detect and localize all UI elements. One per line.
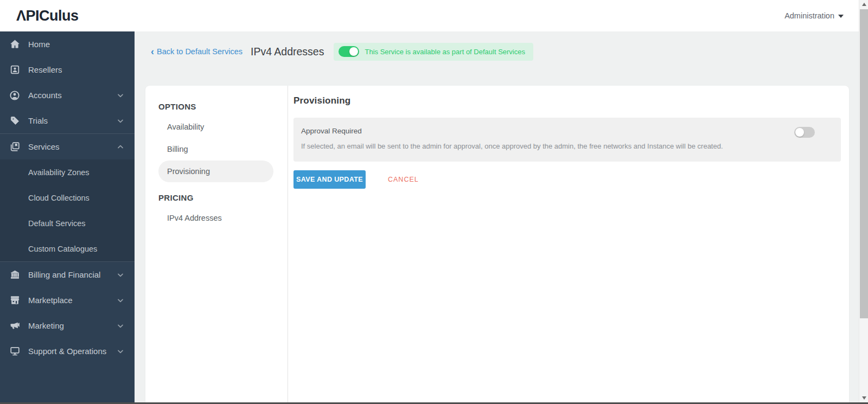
sidebar-subitem-custom-catalogues[interactable]: Custom Catalogues [0,236,135,261]
sidebar-item-marketing[interactable]: Marketing [0,313,135,338]
pricing-section-header: PRICING [158,193,273,202]
sidebar-nav: Home Resellers Accounts Trials [0,31,135,402]
sidebar-item-accounts[interactable]: Accounts [0,82,135,108]
sidebar-item-label: Trials [28,116,116,125]
toggle-knob [349,47,358,56]
administration-label: Administration [784,11,834,20]
accounts-icon [9,89,21,101]
sidebar-item-marketplace[interactable]: Marketplace [0,287,135,313]
scroll-up-button[interactable] [859,0,868,9]
sidebar-item-trials[interactable]: Trials [0,108,135,133]
page-title: IPv4 Addresses [251,46,324,58]
sidebar-item-home[interactable]: Home [0,31,135,57]
megaphone-icon [9,320,21,332]
sidebar-item-label: Billing and Financial [28,270,116,279]
menu-item-label: Provisioning [167,167,210,176]
vertical-scrollbar[interactable] [859,0,868,404]
approval-required-setting: Approval Required If selected, an email … [293,118,841,162]
bank-icon [9,269,21,281]
main-content-area: ‹ Back to Default Services IPv4 Addresse… [135,31,859,402]
sidebar-subitem-label: Cloud Collections [28,194,90,202]
sidebar-subitem-availability-zones[interactable]: Availability Zones [0,159,135,185]
monitor-icon [9,345,21,357]
chevron-down-icon [116,347,125,356]
chevron-up-icon [116,143,125,151]
save-and-update-button[interactable]: SAVE AND UPDATE [293,170,366,189]
caret-down-icon [838,15,844,18]
chevron-down-icon [116,271,125,279]
top-bar: ΛPICulus Administration [0,0,859,31]
sidebar-item-label: Resellers [28,65,125,74]
back-link-label: Back to Default Services [157,47,242,56]
provisioning-heading: Provisioning [293,95,841,106]
sidebar-item-label: Support & Operations [28,347,116,356]
toggle-knob [795,128,804,137]
sidebar-item-resellers[interactable]: Resellers [0,57,135,82]
trials-icon [9,115,21,127]
sidebar-item-label: Marketplace [28,296,116,305]
menu-item-availability[interactable]: Availability [158,116,273,138]
menu-item-ipv4-addresses[interactable]: IPv4 Addresses [158,207,273,229]
resellers-icon [9,64,21,76]
scroll-down-arrow-icon [862,396,866,400]
app-window: ΛPICulus Administration Home Resellers A… [0,0,868,404]
default-service-badge-text: This Service is available as part of Def… [365,48,525,56]
default-service-toggle[interactable] [339,46,359,57]
sidebar-subitem-label: Availability Zones [28,168,90,177]
sidebar-item-label: Accounts [28,91,116,100]
provisioning-panel: Provisioning Approval Required If select… [288,86,849,402]
settings-card: OPTIONS Availability Billing Provisionin… [145,86,849,402]
back-to-default-services-link[interactable]: ‹ Back to Default Services [151,47,242,56]
scroll-down-button[interactable] [859,394,868,402]
sidebar-item-label: Home [28,40,125,49]
chevron-down-icon [116,91,125,100]
menu-item-label: Billing [167,145,188,153]
chevron-down-icon [116,322,125,330]
page-header: ‹ Back to Default Services IPv4 Addresse… [151,42,533,61]
administration-dropdown[interactable]: Administration [784,11,844,20]
sidebar-subitem-label: Custom Catalogues [28,245,97,253]
default-service-badge: This Service is available as part of Def… [334,43,533,61]
storefront-icon [9,294,21,306]
sidebar-item-billing-and-financial[interactable]: Billing and Financial [0,262,135,287]
menu-item-provisioning[interactable]: Provisioning [158,161,273,182]
sidebar-subitem-cloud-collections[interactable]: Cloud Collections [0,185,135,210]
approval-required-label: Approval Required [301,127,808,135]
approval-required-description: If selected, an email will be sent to th… [301,142,808,150]
cancel-button[interactable]: CANCEL [388,176,419,183]
sidebar-subitem-default-services[interactable]: Default Services [0,210,135,236]
services-icon [9,141,21,153]
chevron-down-icon [116,117,125,125]
sidebar-item-label: Marketing [28,321,116,330]
sidebar-item-support-operations[interactable]: Support & Operations [0,338,135,364]
apiculus-logo: ΛPICulus [16,8,79,24]
services-submenu: Availability Zones Cloud Collections Def… [0,159,135,261]
approval-required-toggle[interactable] [794,127,815,138]
back-chevron-icon: ‹ [151,48,154,55]
menu-item-billing[interactable]: Billing [158,138,273,160]
scrollbar-thumb[interactable] [860,9,868,318]
sidebar-item-services[interactable]: Services [0,134,135,159]
menu-item-label: Availability [167,123,204,131]
sidebar-item-label: Services [28,142,116,151]
scroll-up-arrow-icon [862,3,866,6]
menu-item-label: IPv4 Addresses [167,214,222,222]
options-section-header: OPTIONS [158,102,273,111]
home-icon [9,39,21,50]
chevron-down-icon [116,296,125,305]
sidebar-subitem-label: Default Services [28,219,86,228]
action-buttons: SAVE AND UPDATE CANCEL [293,170,841,189]
options-menu: OPTIONS Availability Billing Provisionin… [145,86,288,402]
